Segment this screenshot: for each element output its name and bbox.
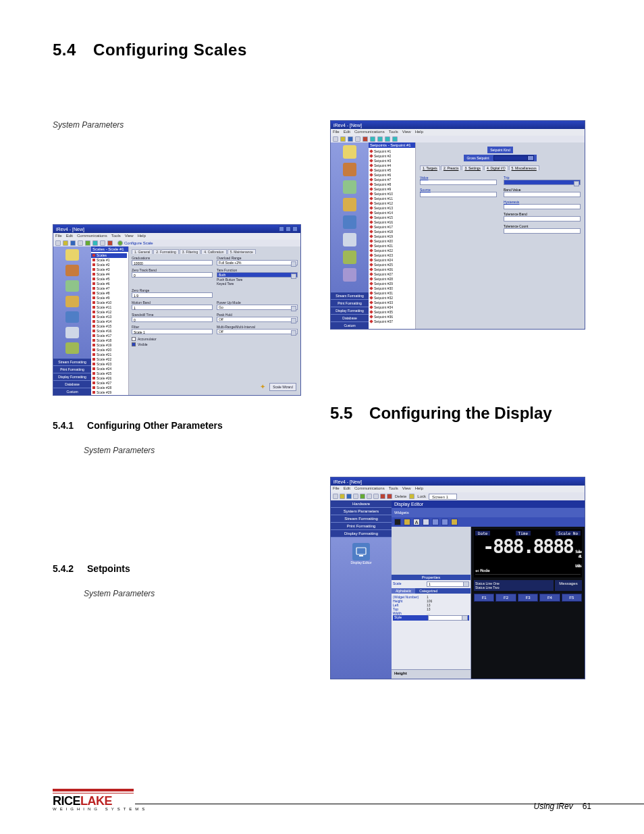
menu-view[interactable]: View (402, 130, 411, 135)
sidebar-digital-io-icon[interactable] (65, 311, 79, 323)
list-item-setpoint[interactable]: Setpoint #23 (370, 253, 414, 258)
fkey-f3[interactable]: F3 (518, 594, 538, 602)
sidebar-general-icon[interactable] (65, 249, 79, 261)
select-tarefn[interactable]: Both (217, 272, 298, 278)
gear-icon[interactable] (117, 240, 123, 246)
list-item-setpoint[interactable]: Setpoint #9 (370, 187, 414, 192)
list-item-setpoint[interactable]: Setpoint #5 (370, 168, 414, 173)
prop-style-value[interactable]: 3 - 3/4 inch (428, 615, 468, 621)
list-item-setpoint[interactable]: Setpoint #15 (370, 215, 414, 220)
sidebar-print-icon[interactable] (65, 342, 79, 354)
tab-calibration[interactable]: 4. Calibration (201, 249, 226, 254)
menu-tools[interactable]: Tools (111, 234, 121, 239)
tree-item-scale[interactable]: Scale #27 (92, 381, 127, 386)
list-item-setpoint[interactable]: Setpoint #35 (370, 310, 414, 315)
menu-tools[interactable]: Tools (389, 130, 398, 135)
tool-open-icon[interactable] (340, 494, 345, 499)
tool-stop-icon[interactable] (363, 136, 368, 142)
sidetab-custom[interactable]: Custom (331, 321, 369, 329)
tool-b-icon[interactable] (377, 136, 383, 142)
tool-open-icon[interactable] (340, 136, 346, 142)
tool-print-icon[interactable] (78, 240, 83, 246)
input-graduations[interactable]: 10000 (132, 260, 213, 265)
menu-help[interactable]: Help (415, 486, 423, 492)
tree-item-scale[interactable]: Scale #18 (92, 338, 127, 343)
menu-edit[interactable]: Edit (344, 130, 350, 135)
list-item-setpoint[interactable]: Setpoint #10 (370, 192, 414, 197)
tree-item-scale[interactable]: Scale #1 (92, 258, 127, 263)
widget-line-icon[interactable] (432, 519, 439, 525)
input-hysteresis[interactable] (504, 204, 581, 209)
menu-comm[interactable]: Communications (354, 130, 385, 135)
list-item-setpoint[interactable]: Setpoint #7 (370, 178, 414, 182)
list-item-setpoint[interactable]: Setpoint #16 (370, 220, 414, 225)
list-item-setpoint[interactable]: Setpoint #8 (370, 182, 414, 187)
input-zerotrack[interactable]: 0 (132, 272, 213, 278)
scale-wizard-button[interactable]: Scale Wizard (269, 383, 296, 391)
tool-print-icon[interactable] (355, 136, 360, 142)
sidetab-stream[interactable]: Stream Formatting (331, 292, 369, 299)
list-item-setpoint[interactable]: Setpoint #24 (370, 258, 414, 263)
tree-item-scale[interactable]: Scale #7 (92, 286, 127, 291)
widget-rect-icon[interactable] (441, 519, 448, 525)
tree-item-scale[interactable]: Scale #12 (92, 310, 127, 315)
tool-paste-icon[interactable] (373, 494, 379, 499)
tab-filtering[interactable]: 3. Filtering (180, 249, 200, 254)
tree-item-scale[interactable]: Scale #8 (92, 291, 127, 296)
menu-view[interactable]: View (125, 234, 134, 239)
tool-new-icon[interactable] (333, 494, 338, 499)
widgets-tab[interactable]: Widgets (394, 511, 409, 515)
list-item-setpoint[interactable]: Setpoint #2 (370, 154, 414, 159)
input-value[interactable] (420, 180, 497, 185)
tab-general[interactable]: 1. General (132, 249, 153, 254)
tree-item-scale[interactable]: Scale #20 (92, 348, 127, 353)
list-item-setpoint[interactable]: Setpoint #21 (370, 244, 414, 249)
tool-c-icon[interactable] (385, 136, 390, 142)
tool-save-icon[interactable] (348, 136, 353, 142)
sidetab-stream[interactable]: Stream Formatting (53, 358, 91, 365)
sidetab-hardware[interactable]: Hardware (331, 500, 392, 508)
tree-item-scale[interactable]: Scale #25 (92, 371, 127, 376)
sidetab-print[interactable]: Print Formatting (331, 299, 369, 307)
tree-item-scale[interactable]: Scale #19 (92, 343, 127, 348)
toolbar-delete-label[interactable]: Delete (395, 494, 406, 498)
sidetab-custom[interactable]: Custom (53, 388, 91, 395)
tab-settings[interactable]: 3. Settings (462, 165, 483, 170)
list-item-setpoint[interactable]: Setpoint #19 (370, 234, 414, 239)
menu-view[interactable]: View (402, 486, 411, 492)
sidetab-display[interactable]: Display Formatting (331, 307, 369, 314)
close-icon[interactable] (292, 226, 298, 232)
sidebar-general-icon[interactable] (343, 145, 356, 159)
list-item-setpoint[interactable]: Setpoint #30 (370, 286, 414, 291)
sidetab-print[interactable]: Print Formatting (53, 365, 91, 373)
fkey-f4[interactable]: F4 (539, 594, 560, 602)
list-item-setpoint[interactable]: Setpoint #36 (370, 315, 414, 319)
list-item-setpoint[interactable]: Setpoint #4 (370, 163, 414, 168)
sidetab-database[interactable]: Database (53, 380, 91, 388)
list-item-setpoint[interactable]: Setpoint #27 (370, 272, 414, 277)
lcd-widget[interactable]: Date Time Scale No -888.8888 Scale #1 (474, 529, 582, 577)
sidebar-digital-io-icon[interactable] (343, 215, 356, 229)
tab-misc[interactable]: 5. Miscellaneous (509, 165, 539, 170)
tool-save-icon[interactable] (346, 494, 352, 499)
menu-comm[interactable]: Communications (77, 234, 107, 239)
list-item-setpoint[interactable]: Setpoint #14 (370, 211, 414, 215)
tool-print-icon[interactable] (353, 494, 358, 499)
list-item-setpoint[interactable]: Setpoint #6 (370, 173, 414, 178)
tool-open-icon[interactable] (63, 240, 68, 246)
tree-item-scale[interactable]: Scale #29 (92, 390, 127, 395)
list-item-setpoint[interactable]: Setpoint #28 (370, 277, 414, 282)
sidetab-database[interactable]: Database (331, 314, 369, 321)
widget-chart-icon[interactable] (451, 519, 458, 525)
list-item-setpoint[interactable]: Setpoint #22 (370, 249, 414, 253)
menu-file[interactable]: File (55, 234, 62, 239)
select-puon[interactable]: Go (217, 305, 298, 310)
sidebar-analog-icon[interactable] (65, 327, 79, 338)
checkbox-accumulator[interactable] (132, 337, 136, 341)
select-multi[interactable]: Off (217, 329, 298, 334)
list-item-setpoint[interactable]: Setpoint #17 (370, 225, 414, 230)
tree-item-scale[interactable]: Scale #21 (92, 353, 127, 357)
sidetab-streamfmt[interactable]: Stream Formatting (331, 515, 392, 523)
list-item-setpoint[interactable]: Setpoint #33 (370, 301, 414, 305)
sidebar-scales-icon[interactable] (343, 163, 356, 176)
